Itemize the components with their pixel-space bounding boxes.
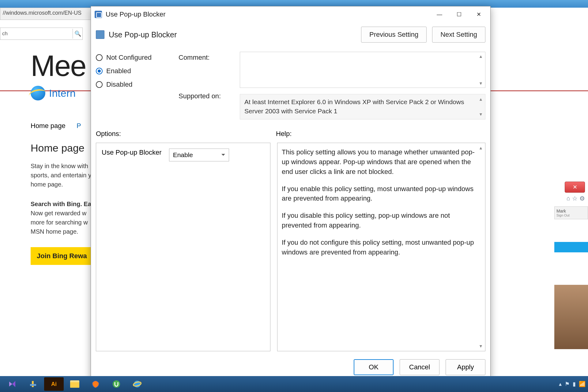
scrollbar[interactable]: ▲▼ [478,54,484,86]
cancel-button[interactable]: Cancel [400,359,439,375]
ie-logo-icon [31,86,45,100]
options-label: Options: [96,130,276,138]
taskbar-illustrator-icon[interactable]: Ai [44,377,64,391]
ie-brand-text: Intern [49,87,76,99]
tray-battery-icon[interactable]: ▮ [573,381,576,387]
supported-on-text: At least Internet Explorer 6.0 in Window… [240,94,485,119]
scroll-down-icon[interactable]: ▼ [479,81,483,86]
sidebar-signout[interactable]: Sign Out [556,213,586,217]
secondary-sidebar: Mark Sign Out [554,206,588,219]
radio-dot-icon [96,68,103,74]
scroll-down-icon[interactable]: ▼ [479,111,483,117]
radio-dot-icon [96,54,103,61]
supported-on-value: At least Internet Explorer 6.0 in Window… [244,98,464,115]
dialog-app-icon [95,11,102,18]
radio-label: Disabled [106,81,133,89]
next-setting-button[interactable]: Next Setting [432,27,485,43]
tray-network-icon[interactable]: 📶 [579,381,586,387]
taskbar[interactable]: Ai ▴ ⚑ ▮ 📶 [0,376,588,392]
search-bar[interactable]: ch 🔍 [0,28,83,40]
help-paragraph: If you disable this policy setting, pop-… [282,211,475,230]
gear-icon[interactable]: ⚙ [579,195,585,202]
scrollbar[interactable]: ▲▼ [478,145,484,349]
scroll-up-icon[interactable]: ▲ [479,96,483,102]
svg-marker-0 [9,382,12,386]
svg-marker-1 [12,381,15,387]
taskbar-explorer-icon[interactable] [65,377,85,391]
maximize-button[interactable]: ☐ [449,8,469,21]
sidebar-user-name: Mark [556,209,586,213]
scroll-up-icon[interactable]: ▲ [479,145,483,151]
close-button[interactable]: ✕ [469,8,488,21]
apply-button[interactable]: Apply [446,359,485,375]
comment-textarea[interactable]: ▲▼ [240,52,485,88]
option-select[interactable]: Enable [169,149,229,161]
help-paragraph: This policy setting allows you to manage… [282,147,475,177]
scrollbar[interactable]: ▲▼ [478,96,484,117]
tab-next-partial[interactable]: P [77,122,81,130]
radio-enabled[interactable]: Enabled [96,67,166,75]
policy-item-icon [96,30,104,39]
taskbar-ie-icon[interactable] [127,377,147,391]
help-label: Help: [276,130,292,138]
group-policy-dialog: Use Pop-up Blocker ― ☐ ✕ Use Pop-up Bloc… [91,6,491,380]
radio-dot-icon [96,81,103,88]
supported-on-label: Supported on: [179,92,228,100]
scroll-down-icon[interactable]: ▼ [479,343,483,349]
search-icon[interactable]: 🔍 [73,29,82,39]
secondary-close-button[interactable]: ✕ [565,182,585,193]
radio-label: Enabled [106,67,131,75]
dialog-window-title: Use Pop-up Blocker [106,10,430,18]
dialog-titlebar[interactable]: Use Pop-up Blocker ― ☐ ✕ [91,6,490,22]
tray-chevron-up-icon[interactable]: ▴ [559,381,562,387]
secondary-image-thumbnail [554,285,588,349]
help-paragraph: If you enable this policy setting, most … [282,184,475,204]
taskbar-visual-studio-icon[interactable] [2,377,22,391]
scroll-up-icon[interactable]: ▲ [479,54,483,59]
home-icon[interactable]: ⌂ [567,195,570,202]
help-paragraph: If you do not configure this policy sett… [282,238,475,257]
options-panel: Use Pop-up Blocker Enable [96,143,270,351]
radio-label: Not Configured [106,54,152,62]
help-panel: This policy setting allows you to manage… [277,143,485,351]
comment-label: Comment: [179,54,228,62]
address-bar[interactable]: //windows.microsoft.com/EN-US [0,8,92,20]
dialog-footer: OK Cancel Apply [91,355,490,379]
previous-setting-button[interactable]: Previous Setting [361,27,427,43]
star-icon[interactable]: ☆ [572,195,578,202]
ok-button[interactable]: OK [354,359,394,375]
search-input[interactable]: ch [0,29,73,38]
taskbar-firefox-icon[interactable] [86,377,105,391]
radio-not-configured[interactable]: Not Configured [96,54,166,62]
radio-disabled[interactable]: Disabled [96,81,166,89]
svg-rect-3 [30,384,36,386]
taskbar-utorrent-icon[interactable] [107,377,126,391]
option-row-label: Use Pop-up Blocker [102,149,162,156]
minimize-button[interactable]: ― [430,8,449,21]
secondary-blue-bar [554,242,588,252]
tray-flag-icon[interactable]: ⚑ [565,381,570,387]
tab-home-page[interactable]: Home page [31,122,66,130]
policy-heading: Use Pop-up Blocker [109,30,361,39]
system-tray[interactable]: ▴ ⚑ ▮ 📶 [559,381,586,387]
taskbar-tools-icon[interactable] [23,377,43,391]
svg-rect-5 [70,382,79,388]
